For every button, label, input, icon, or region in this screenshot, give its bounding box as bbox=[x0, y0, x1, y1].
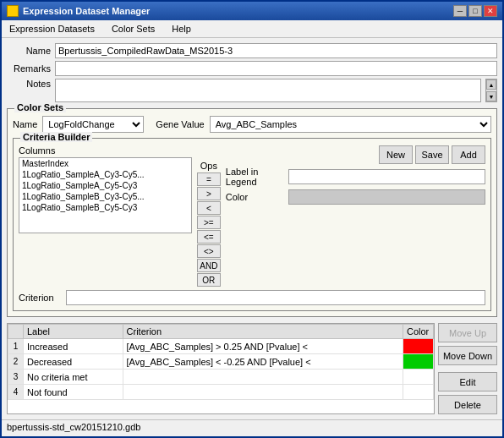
label-in-legend-label: Label in Legend bbox=[226, 167, 285, 187]
color-sets-title: Color Sets bbox=[14, 102, 66, 112]
move-down-button[interactable]: Move Down bbox=[438, 346, 497, 365]
color-sets-name-label: Name bbox=[13, 119, 37, 129]
list-item[interactable]: 1LogRatio_SampleB_Cy3-Cy5... bbox=[19, 191, 191, 202]
row-color bbox=[403, 354, 434, 370]
op-or[interactable]: OR bbox=[197, 273, 221, 287]
status-bar: bpertussis-std_cw20151210.gdb bbox=[2, 419, 502, 436]
criterion-row: Criterion bbox=[19, 290, 485, 305]
color-row: Color bbox=[226, 189, 485, 205]
new-button[interactable]: New bbox=[379, 145, 413, 164]
scroll-up-arrow[interactable]: ▲ bbox=[486, 79, 496, 90]
legend-top-buttons: New Save Add bbox=[226, 145, 485, 164]
name-label: Name bbox=[7, 46, 51, 56]
menu-color-sets[interactable]: Color Sets bbox=[107, 22, 159, 36]
row-label: Increased bbox=[24, 339, 123, 354]
gene-value-label: Gene Value bbox=[156, 119, 204, 129]
label-in-legend-row: Label in Legend bbox=[226, 167, 485, 187]
row-criterion bbox=[123, 385, 403, 400]
color-sets-name-select[interactable]: LogFoldChange bbox=[42, 116, 144, 133]
row-label: Not found bbox=[24, 385, 123, 400]
maximize-button[interactable]: □ bbox=[468, 5, 482, 17]
title-buttons: ─ □ ✕ bbox=[453, 5, 497, 17]
remarks-input[interactable] bbox=[55, 61, 497, 76]
row-label: Decreased bbox=[24, 354, 123, 370]
window-title: Expression Dataset Manager bbox=[23, 6, 150, 16]
row-num: 3 bbox=[8, 370, 24, 385]
notes-scrollbar[interactable]: ▲ ▼ bbox=[485, 79, 497, 102]
op-lt[interactable]: < bbox=[197, 201, 221, 215]
data-table-wrapper: Label Criterion Color 1 Increased [Avg_A… bbox=[7, 323, 435, 414]
row-criterion: [Avg_ABC_Samples] < -0.25 AND [Pvalue] < bbox=[123, 354, 403, 370]
edit-button[interactable]: Edit bbox=[438, 372, 497, 391]
color-sets-section: Color Sets Name LogFoldChange Gene Value… bbox=[7, 108, 497, 317]
name-input[interactable] bbox=[55, 43, 497, 58]
columns-listbox[interactable]: MasterIndex 1LogRatio_SampleA_Cy3-Cy5...… bbox=[19, 157, 192, 233]
color-sets-row: Name LogFoldChange Gene Value Avg_ABC_Sa… bbox=[13, 116, 491, 133]
list-item[interactable]: 1LogRatio_SampleA_Cy3-Cy5... bbox=[19, 169, 191, 180]
row-num: 4 bbox=[8, 385, 24, 400]
op-gte[interactable]: >= bbox=[197, 216, 221, 229]
right-buttons-panel: Move Up Move Down Edit Delete bbox=[438, 323, 497, 414]
list-item[interactable]: MasterIndex bbox=[19, 158, 191, 169]
add-button[interactable]: Add bbox=[452, 145, 485, 164]
save-button[interactable]: Save bbox=[415, 145, 449, 164]
remarks-row: Remarks bbox=[7, 61, 497, 76]
notes-row: Notes ▲ ▼ bbox=[7, 79, 497, 102]
legend-box: New Save Add Label in Legend Color bbox=[226, 145, 485, 287]
menu-bar: Expression Datasets Color Sets Help bbox=[2, 20, 502, 38]
row-label: No criteria met bbox=[24, 370, 123, 385]
delete-button[interactable]: Delete bbox=[438, 395, 497, 414]
close-button[interactable]: ✕ bbox=[484, 5, 497, 17]
op-gt[interactable]: > bbox=[197, 187, 221, 200]
row-color bbox=[403, 339, 434, 354]
move-up-button[interactable]: Move Up bbox=[438, 323, 497, 342]
title-bar: Expression Dataset Manager ─ □ ✕ bbox=[2, 2, 502, 20]
app-icon bbox=[7, 5, 19, 17]
remarks-label: Remarks bbox=[7, 63, 51, 74]
criteria-builder-title: Criteria Builder bbox=[20, 132, 92, 142]
criterion-field-label: Criterion bbox=[19, 293, 63, 303]
list-item[interactable]: 1LogRatio_SampleA_Cy5-Cy3 bbox=[19, 180, 191, 191]
col-header-label: Label bbox=[24, 325, 123, 339]
table-row[interactable]: 3 No criteria met bbox=[8, 370, 434, 385]
col-header-color: Color bbox=[403, 325, 434, 339]
title-bar-left: Expression Dataset Manager bbox=[7, 5, 150, 17]
row-color bbox=[403, 385, 434, 400]
color-label: Color bbox=[226, 192, 285, 202]
row-criterion: [Avg_ABC_Samples] > 0.25 AND [Pvalue] < bbox=[123, 339, 403, 354]
table-row[interactable]: 4 Not found bbox=[8, 385, 434, 400]
label-in-legend-input[interactable] bbox=[288, 169, 485, 184]
ops-buttons: = > < >= <= <> AND OR bbox=[197, 172, 221, 287]
op-ne[interactable]: <> bbox=[197, 244, 221, 258]
col-header-num bbox=[8, 325, 24, 339]
list-item[interactable]: 1LogRatio_SampleB_Cy5-Cy3 bbox=[19, 202, 191, 213]
criteria-table: Label Criterion Color 1 Increased [Avg_A… bbox=[8, 324, 434, 400]
gene-value-select[interactable]: Avg_ABC_Samples bbox=[210, 116, 491, 133]
op-lte[interactable]: <= bbox=[197, 230, 221, 244]
scroll-down-arrow[interactable]: ▼ bbox=[486, 91, 496, 101]
columns-box: Columns MasterIndex 1LogRatio_SampleA_Cy… bbox=[19, 145, 192, 287]
notes-textarea[interactable] bbox=[55, 79, 481, 102]
table-row[interactable]: 1 Increased [Avg_ABC_Samples] > 0.25 AND… bbox=[8, 339, 434, 354]
menu-expression-datasets[interactable]: Expression Datasets bbox=[5, 22, 99, 36]
criterion-input[interactable] bbox=[66, 290, 485, 305]
menu-help[interactable]: Help bbox=[167, 22, 195, 36]
row-num: 1 bbox=[8, 339, 24, 354]
ops-box: Ops = > < >= <= <> AND OR bbox=[195, 145, 222, 287]
row-num: 2 bbox=[8, 354, 24, 370]
columns-label: Columns bbox=[19, 145, 192, 156]
row-criterion bbox=[123, 370, 403, 385]
color-display[interactable] bbox=[288, 189, 485, 205]
col-header-criterion: Criterion bbox=[123, 325, 403, 339]
op-and[interactable]: AND bbox=[197, 259, 221, 272]
status-text: bpertussis-std_cw20151210.gdb bbox=[7, 422, 140, 432]
op-equals[interactable]: = bbox=[197, 172, 221, 186]
notes-label: Notes bbox=[7, 79, 51, 89]
main-content: Name Remarks Notes ▲ ▼ Color Sets Name L… bbox=[2, 38, 502, 419]
table-row[interactable]: 2 Decreased [Avg_ABC_Samples] < -0.25 AN… bbox=[8, 354, 434, 370]
criteria-top-area: Columns MasterIndex 1LogRatio_SampleA_Cy… bbox=[19, 145, 485, 287]
bottom-section: Label Criterion Color 1 Increased [Avg_A… bbox=[7, 323, 497, 414]
row-color bbox=[403, 370, 434, 385]
minimize-button[interactable]: ─ bbox=[453, 5, 467, 17]
ops-label: Ops bbox=[200, 161, 217, 171]
